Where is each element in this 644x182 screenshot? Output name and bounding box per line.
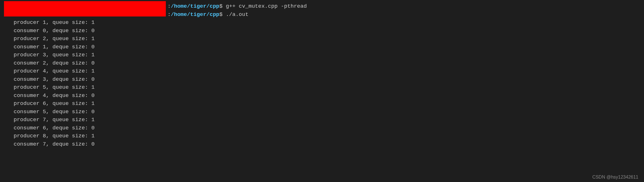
- terminal-area[interactable]: :/home/tiger/cpp$ g++ cv_mutex.cpp -pthr…: [0, 0, 644, 148]
- output-line: producer 1, queue size: 1: [0, 18, 644, 27]
- command-text: ./a.out: [226, 11, 248, 18]
- prompt-colon: :: [168, 3, 171, 9]
- output-line: consumer 6, deque size: 0: [0, 124, 644, 132]
- redacted-region: [4, 1, 166, 16]
- output-line: producer 4, queue size: 1: [0, 67, 644, 75]
- output-line: consumer 0, deque size: 0: [0, 27, 644, 35]
- output-line: consumer 7, deque size: 0: [0, 140, 644, 148]
- prompt-path: /home/tiger/cpp: [171, 3, 219, 9]
- command-text: g++ cv_mutex.cpp -pthread: [226, 3, 307, 9]
- prompt-dollar: $: [219, 11, 222, 18]
- prompt-dollar: $: [219, 3, 222, 9]
- prompt-path: /home/tiger/cpp: [171, 11, 219, 18]
- output-line: producer 3, queue size: 1: [0, 51, 644, 59]
- output-line: consumer 4, deque size: 0: [0, 92, 644, 100]
- output-line: consumer 1, deque size: 0: [0, 43, 644, 51]
- output-line: producer 2, queue size: 1: [0, 35, 644, 43]
- output-line: consumer 3, deque size: 0: [0, 75, 644, 84]
- prompt-colon: :: [168, 11, 171, 18]
- output-line: producer 5, queue size: 1: [0, 83, 644, 92]
- output-line: consumer 5, deque size: 0: [0, 108, 644, 116]
- output-line: producer 8, queue size: 1: [0, 132, 644, 140]
- output-line: consumer 2, deque size: 0: [0, 59, 644, 67]
- output-line: producer 6, queue size: 1: [0, 100, 644, 108]
- output-line: producer 7, queue size: 1: [0, 116, 644, 124]
- watermark-text: CSDN @hsy12342611: [592, 175, 638, 180]
